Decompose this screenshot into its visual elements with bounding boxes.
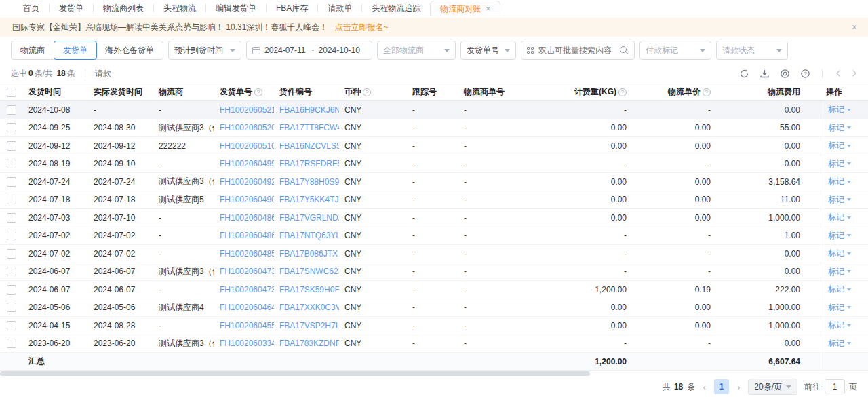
- mark-button[interactable]: 标记: [828, 194, 851, 206]
- mark-button[interactable]: 标记: [828, 248, 851, 259]
- row-checkbox[interactable]: [7, 195, 16, 204]
- prev-page-icon[interactable]: ‹: [702, 382, 707, 392]
- info-icon[interactable]: ?: [254, 88, 262, 96]
- tab-2[interactable]: 发货单: [50, 1, 93, 16]
- scrollbar-thumb[interactable]: [0, 371, 590, 376]
- tab-close-icon[interactable]: ×: [486, 2, 490, 16]
- segmented-option-1[interactable]: 物流商: [12, 41, 54, 59]
- mark-button[interactable]: 标记: [828, 104, 851, 115]
- row-checkbox[interactable]: [7, 141, 16, 151]
- row-checkbox[interactable]: [7, 285, 16, 295]
- carrier-select[interactable]: 全部物流商: [377, 41, 456, 60]
- row-checkbox[interactable]: [7, 339, 16, 348]
- refresh-icon[interactable]: [739, 69, 749, 79]
- row-checkbox[interactable]: [7, 321, 16, 330]
- fba-shipment-link[interactable]: FBA17SNWC623: [279, 267, 339, 276]
- fba-shipment-link[interactable]: FBA17VGRLNDZ: [279, 213, 339, 223]
- batch-grid-icon[interactable]: [527, 47, 534, 54]
- request-status-select[interactable]: 请款状态: [716, 41, 788, 60]
- tab-1[interactable]: 首页: [14, 1, 49, 16]
- row-checkbox[interactable]: [7, 249, 16, 259]
- shipment-order-link[interactable]: FH10020604907: [220, 195, 274, 204]
- row-checkbox[interactable]: [7, 123, 16, 132]
- fba-shipment-link[interactable]: FBA1783KZDNR: [279, 339, 339, 348]
- row-checkbox[interactable]: [7, 159, 16, 168]
- mark-button[interactable]: 标记: [828, 230, 851, 242]
- mark-button[interactable]: 标记: [828, 140, 851, 151]
- shipment-order-link[interactable]: FH10020605101: [220, 141, 274, 151]
- date-type-select[interactable]: 预计到货时间: [168, 41, 241, 60]
- fba-shipment-link[interactable]: FBA17TT8FCW4: [279, 123, 339, 132]
- goto-page-input[interactable]: [825, 379, 845, 394]
- select-all-checkbox[interactable]: [7, 88, 16, 97]
- segmented-option-2[interactable]: 发货单: [54, 41, 97, 60]
- tab-7[interactable]: 请款单: [318, 1, 361, 16]
- page-size-select[interactable]: 20条/页: [748, 379, 797, 395]
- tab-4[interactable]: 头程物流: [154, 1, 205, 16]
- segmented-option-3[interactable]: 海外仓备货单: [96, 41, 163, 59]
- fba-shipment-link[interactable]: FBA17Y88H0S9: [279, 177, 339, 187]
- shipment-order-link[interactable]: FH10020605212: [220, 105, 274, 115]
- tab-9[interactable]: 物流商对账×: [430, 1, 500, 16]
- mark-button[interactable]: 标记: [828, 212, 851, 223]
- scroll-right-icon[interactable]: [851, 69, 857, 77]
- mark-button[interactable]: 标记: [828, 320, 851, 331]
- fba-shipment-link[interactable]: FBA17NTQ63YL: [279, 231, 339, 240]
- shipment-order-link[interactable]: FH10020604993: [220, 159, 274, 168]
- fba-shipment-link[interactable]: FBA17RSFDRF5: [279, 159, 339, 168]
- mark-button[interactable]: 标记: [828, 122, 851, 134]
- search-input[interactable]: [538, 45, 616, 55]
- scroll-left-icon[interactable]: [835, 69, 842, 77]
- column-settings-icon[interactable]: [780, 69, 790, 79]
- fba-shipment-link[interactable]: FBA17SK59H0F: [279, 285, 339, 295]
- row-checkbox[interactable]: [7, 231, 16, 240]
- shipment-order-link[interactable]: FH10020604555: [220, 321, 274, 330]
- tab-6[interactable]: FBA库存: [267, 1, 317, 16]
- fba-shipment-link[interactable]: FBA16NZCVLS5: [279, 141, 339, 151]
- mark-button[interactable]: 标记: [828, 266, 851, 278]
- row-checkbox[interactable]: [7, 213, 16, 223]
- mark-button[interactable]: 标记: [828, 176, 851, 187]
- fba-shipment-link[interactable]: FBA17Y5KK4TJ: [279, 195, 338, 204]
- tab-3[interactable]: 物流商列表: [94, 1, 153, 16]
- shipment-order-link[interactable]: FH10020604643: [220, 303, 274, 312]
- tab-label: 首页: [23, 1, 39, 15]
- row-checkbox[interactable]: [7, 267, 16, 276]
- fba-shipment-link[interactable]: FBA16H9CKJ6N: [279, 105, 339, 115]
- fba-shipment-link[interactable]: FBA17B086JTX: [279, 249, 338, 259]
- info-icon[interactable]: ?: [363, 88, 371, 96]
- payment-mark-select[interactable]: 付款标记: [639, 41, 711, 60]
- unit-price: -: [637, 249, 717, 259]
- mark-button[interactable]: 标记: [828, 284, 851, 295]
- next-page-icon[interactable]: ›: [736, 382, 741, 392]
- fba-shipment-link[interactable]: FBA17VSP2H7L: [279, 321, 339, 330]
- page-number-current[interactable]: 1: [714, 379, 729, 394]
- shipment-order-link[interactable]: FH10020604861: [220, 231, 274, 240]
- row-checkbox[interactable]: [7, 303, 16, 312]
- shipment-order-link[interactable]: FH10020603346: [220, 339, 274, 348]
- shipment-order-link[interactable]: FH10020604858: [220, 249, 274, 259]
- info-icon[interactable]: ?: [618, 88, 627, 96]
- info-icon[interactable]: ?: [703, 88, 711, 96]
- date-range-picker[interactable]: 2024-07-11 ~ 2024-10-10: [246, 41, 372, 60]
- row-checkbox[interactable]: [7, 105, 16, 115]
- shipment-order-link[interactable]: FH10020604733: [220, 267, 274, 276]
- download-icon[interactable]: [760, 69, 770, 79]
- search-icon[interactable]: [620, 46, 629, 55]
- mark-button[interactable]: 标记: [828, 158, 851, 170]
- search-type-select[interactable]: 发货单号: [460, 41, 516, 60]
- shipment-order-link[interactable]: FH10020604864: [220, 213, 274, 223]
- mark-button[interactable]: 标记: [828, 338, 851, 349]
- request-payment-button[interactable]: 请款: [95, 68, 111, 79]
- tab-5[interactable]: 编辑发货单: [206, 1, 266, 16]
- mark-button[interactable]: 标记: [828, 302, 851, 314]
- fba-shipment-link[interactable]: FBA17XXK0C3V: [279, 303, 339, 312]
- shipment-order-link[interactable]: FH10020605201: [220, 123, 274, 132]
- shipment-order-link[interactable]: FH10020604923: [220, 177, 274, 187]
- banner-close-icon[interactable]: ×: [852, 22, 857, 33]
- shipment-order-link[interactable]: FH10020604731: [220, 285, 274, 295]
- tab-8[interactable]: 头程物流追踪: [362, 1, 430, 16]
- banner-signup-link[interactable]: 点击立即报名~: [334, 22, 388, 33]
- help-icon[interactable]: ?: [800, 69, 810, 79]
- row-checkbox[interactable]: [7, 177, 16, 187]
